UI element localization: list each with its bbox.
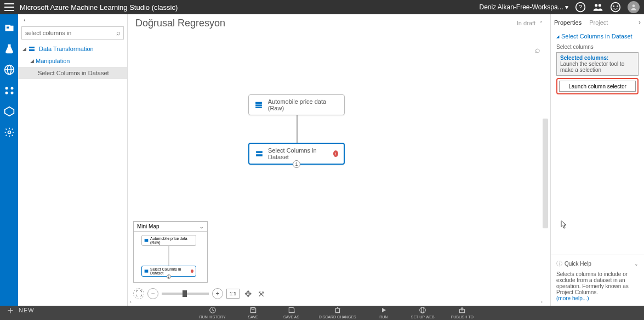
action-label: RUN — [379, 315, 387, 319]
discard-button[interactable]: DISCARD CHANGES — [319, 306, 356, 319]
nav-projects-icon[interactable] — [3, 22, 15, 34]
vertical-scrollbar[interactable] — [543, 119, 548, 228]
scroll-left-icon[interactable]: ‹ — [130, 299, 132, 305]
scroll-right-icon[interactable]: › — [541, 299, 543, 305]
node-automobile-data[interactable]: Automobile price data (Raw) — [248, 94, 345, 115]
nav-models-icon[interactable] — [3, 105, 15, 117]
search-icon[interactable]: ⌕ — [116, 29, 121, 37]
svg-rect-8 — [7, 27, 9, 29]
module-icon — [255, 150, 264, 158]
avatar[interactable] — [628, 1, 640, 13]
zoom-thumb[interactable] — [183, 290, 187, 297]
canvas[interactable]: ⌕ Automobile price data (Raw) Select Col… — [128, 32, 550, 306]
menu-icon[interactable] — [4, 3, 14, 11]
quick-help-header[interactable]: ⓘ Quick Help ⌄ — [556, 260, 639, 268]
nav-datasets-icon[interactable] — [3, 85, 15, 97]
new-button[interactable]: ＋ NEW — [5, 304, 35, 319]
run-button[interactable]: RUN — [373, 306, 395, 319]
chevron-down-icon: ⌄ — [200, 224, 204, 229]
horizontal-scrollbar[interactable]: ‹ › — [130, 299, 543, 305]
experiment-title[interactable]: Doğrusal Regresyon — [135, 18, 517, 29]
mini-node-2[interactable]: Select Columns in Dataset 1 — [141, 266, 196, 277]
mini-node-1[interactable]: Automobile price data (Raw) — [141, 235, 196, 246]
minimap-header[interactable]: Mini Map ⌄ — [134, 222, 207, 232]
dataset-icon — [254, 101, 264, 109]
svg-rect-24 — [256, 151, 263, 153]
svg-point-5 — [613, 5, 614, 7]
svg-point-32 — [420, 307, 426, 313]
zoom-in-button[interactable]: + — [212, 288, 223, 299]
topbar: Microsoft Azure Machine Learning Studio … — [0, 0, 644, 14]
minimap-body[interactable]: Automobile price data (Raw) Select Colum… — [134, 232, 207, 282]
svg-text:+: + — [294, 310, 295, 313]
action-label: SAVE — [248, 315, 258, 319]
feedback-icon[interactable] — [610, 2, 621, 13]
action-label: DISCARD CHANGES — [319, 315, 356, 319]
tab-project[interactable]: Project — [589, 19, 608, 26]
canvas-search-icon[interactable]: ⌕ — [535, 45, 540, 55]
palette-collapse[interactable]: ‹ — [18, 14, 127, 25]
select-columns-label: Select columns — [556, 42, 639, 52]
zoom-slider[interactable] — [162, 293, 209, 295]
pan-button[interactable]: ⤧ — [256, 289, 266, 299]
workspace-dropdown[interactable]: Deniz Alkan-Free-Workspa... ▾ — [479, 3, 568, 11]
action-label: PUBLISH TO — [451, 315, 474, 319]
nav-web-icon[interactable] — [3, 64, 15, 76]
save-button[interactable]: SAVE — [242, 306, 264, 319]
svg-rect-18 — [29, 49, 35, 51]
collapse-up-icon[interactable]: ˄ — [540, 20, 543, 26]
svg-point-14 — [5, 92, 8, 94]
svg-rect-30 — [252, 307, 254, 309]
new-label: NEW — [19, 307, 35, 313]
action-label: RUN HISTORY — [200, 315, 226, 319]
draft-status: In draft — [517, 20, 535, 26]
more-help-link[interactable]: (more help...) — [556, 295, 639, 301]
svg-point-16 — [8, 131, 10, 134]
canvas-area: Doğrusal Regresyon In draft ˄ ⌕ Automobi… — [128, 14, 550, 306]
properties-section-title[interactable]: Select Columns in Dataset — [556, 31, 639, 42]
zoom-center-button[interactable]: ✥ — [243, 289, 253, 299]
svg-point-3 — [599, 4, 601, 7]
run-history-button[interactable]: RUN HISTORY — [200, 306, 226, 319]
error-icon[interactable]: ! — [333, 150, 338, 157]
launch-column-selector-button[interactable]: Launch column selector — [559, 81, 636, 92]
search-input[interactable] — [21, 26, 124, 40]
module-icon — [144, 269, 149, 273]
svg-rect-25 — [256, 154, 263, 156]
module-tree: ◢ Data Transformation ◢ Manipulation Sel… — [18, 43, 127, 79]
mini-label: Automobile price data (Raw) — [150, 237, 193, 244]
zoom-out-button[interactable]: − — [147, 288, 158, 299]
launch-button-highlight: Launch column selector — [556, 78, 639, 94]
svg-rect-23 — [255, 107, 262, 108]
output-port[interactable]: 1 — [293, 160, 300, 168]
mini-port: 1 — [167, 274, 171, 279]
setup-web-button[interactable]: SET UP WEB — [411, 306, 435, 319]
help-icon[interactable]: ? — [575, 2, 586, 13]
nav-settings-icon[interactable] — [3, 126, 15, 138]
selected-columns-title: Selected columns: — [560, 55, 635, 61]
tree-select-columns[interactable]: Select Columns in Dataset — [18, 67, 127, 79]
people-icon[interactable] — [592, 2, 603, 13]
properties-panel: Properties Project › Select Columns in D… — [550, 14, 644, 306]
tree-manipulation[interactable]: ◢ Manipulation — [18, 55, 127, 67]
save-as-button[interactable]: +SAVE AS — [281, 306, 303, 319]
nav-experiments-icon[interactable] — [3, 43, 15, 55]
nav-sidebar — [0, 14, 18, 306]
publish-button[interactable]: PUBLISH TO — [451, 306, 474, 319]
svg-rect-21 — [255, 102, 262, 104]
node-select-columns[interactable]: Select Columns in Dataset ! 1 — [248, 143, 345, 165]
mini-label: Select Columns in Dataset — [150, 267, 189, 275]
svg-point-2 — [595, 4, 597, 7]
plus-icon: ＋ — [5, 304, 15, 317]
zoom-actual-button[interactable]: 1:1 — [226, 289, 240, 299]
zoom-fit-button[interactable]: ⛶ — [133, 288, 144, 299]
module-group-icon — [28, 45, 37, 53]
tab-properties[interactable]: Properties — [554, 19, 582, 26]
info-icon: ⓘ — [556, 260, 562, 268]
caret-icon: ◢ — [30, 58, 36, 64]
tree-data-transformation[interactable]: ◢ Data Transformation — [18, 43, 127, 55]
svg-point-6 — [617, 5, 618, 7]
svg-point-4 — [611, 3, 620, 12]
svg-rect-28 — [145, 270, 149, 272]
panel-expand-icon[interactable]: › — [639, 19, 641, 26]
